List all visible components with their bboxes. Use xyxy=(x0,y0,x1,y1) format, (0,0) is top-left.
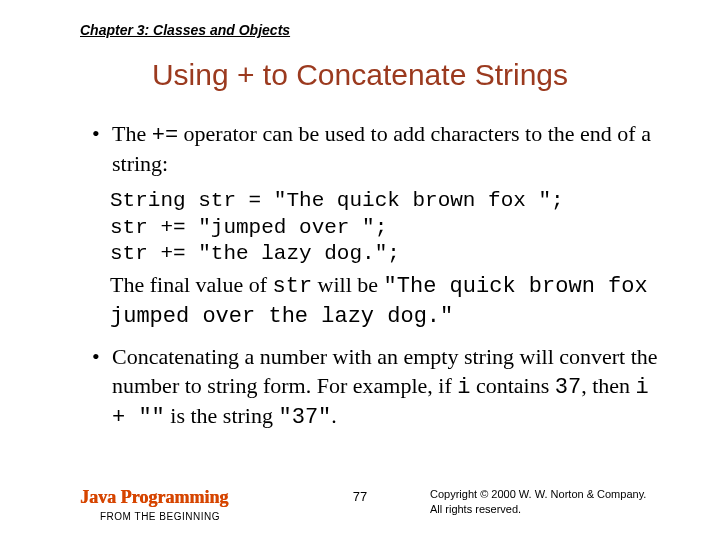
b2-s2: contains xyxy=(470,373,554,398)
chapter-heading: Chapter 3: Classes and Objects xyxy=(80,22,290,38)
bullet-1-pre: The xyxy=(112,121,152,146)
b2-s5: . xyxy=(331,403,337,428)
b2-s4: is the string xyxy=(165,403,279,428)
b2-v1: i xyxy=(457,375,470,400)
b2-res: "37" xyxy=(278,405,331,430)
result-mid: will be xyxy=(312,272,384,297)
book-subtitle: FROM THE BEGINNING xyxy=(100,511,220,522)
code-block: String str = "The quick brown fox "; str… xyxy=(110,188,672,267)
footer: Java Programming FROM THE BEGINNING 77 C… xyxy=(0,482,720,522)
slide: Chapter 3: Classes and Objects Using + t… xyxy=(0,0,720,540)
slide-title: Using + to Concatenate Strings xyxy=(0,58,720,92)
b2-n1: 37 xyxy=(555,375,581,400)
copyright: Copyright © 2000 W. W. Norton & Company.… xyxy=(430,487,680,516)
slide-body: The += operator can be used to add chara… xyxy=(80,120,672,442)
copyright-line-1: Copyright © 2000 W. W. Norton & Company. xyxy=(430,488,646,500)
bullet-2: Concatenating a number with an empty str… xyxy=(96,343,672,431)
bullet-1-op: += xyxy=(152,123,178,148)
copyright-line-2: All rights reserved. xyxy=(430,503,521,515)
result-var: str xyxy=(273,274,313,299)
bullet-1: The += operator can be used to add chara… xyxy=(96,120,672,178)
result-paragraph: The final value of str will be "The quic… xyxy=(110,271,672,331)
b2-s3: , then xyxy=(581,373,635,398)
result-pre: The final value of xyxy=(110,272,273,297)
bullet-1-post: operator can be used to add characters t… xyxy=(112,121,651,176)
